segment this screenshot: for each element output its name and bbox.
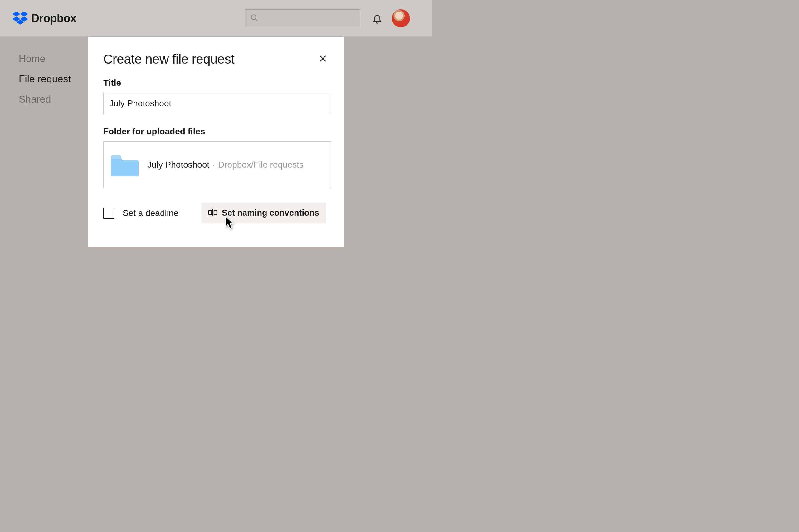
svg-line-6 (255, 19, 257, 21)
sidebar-item-home[interactable]: Home (19, 53, 71, 64)
close-icon (319, 59, 327, 64)
sidebar-item-file-request[interactable]: File request (19, 73, 71, 85)
folder-name: July Photoshoot (147, 160, 210, 170)
folder-icon (111, 153, 139, 176)
sidebar-item-shared[interactable]: Shared (19, 94, 71, 105)
naming-button-label: Set naming conventions (222, 208, 319, 218)
brand-logo[interactable]: Dropbox (13, 12, 76, 25)
svg-marker-1 (20, 12, 28, 17)
close-button[interactable] (317, 53, 328, 65)
deadline-checkbox-wrap[interactable]: Set a deadline (103, 208, 179, 219)
title-field-label: Title (103, 78, 328, 88)
deadline-checkbox[interactable] (103, 208, 114, 219)
folder-field-label: Folder for uploaded files (103, 127, 328, 136)
app-header: Dropbox (0, 0, 432, 37)
folder-separator: · (213, 160, 215, 170)
svg-rect-9 (209, 211, 212, 214)
set-naming-conventions-button[interactable]: Set naming conventions (201, 203, 326, 224)
modal-title: Create new file request (103, 52, 234, 67)
user-avatar[interactable] (392, 10, 410, 27)
dropbox-logo-icon (13, 12, 28, 25)
svg-rect-10 (214, 211, 217, 214)
notifications-icon[interactable] (372, 13, 382, 25)
search-input[interactable] (245, 10, 360, 27)
folder-selector[interactable]: July Photoshoot · Dropbox/File requests (103, 141, 331, 188)
search-icon (250, 14, 258, 23)
folder-path-display: July Photoshoot · Dropbox/File requests (147, 160, 304, 170)
svg-marker-0 (13, 12, 20, 17)
title-input[interactable] (103, 93, 331, 114)
sidebar-nav: Home File request Shared (19, 53, 71, 105)
folder-location: Dropbox/File requests (218, 160, 304, 170)
brand-name: Dropbox (31, 12, 76, 25)
deadline-label: Set a deadline (123, 208, 179, 218)
create-file-request-modal: Create new file request Title Folder for… (88, 37, 344, 247)
svg-point-5 (251, 15, 256, 19)
text-cursor-icon (208, 209, 217, 218)
